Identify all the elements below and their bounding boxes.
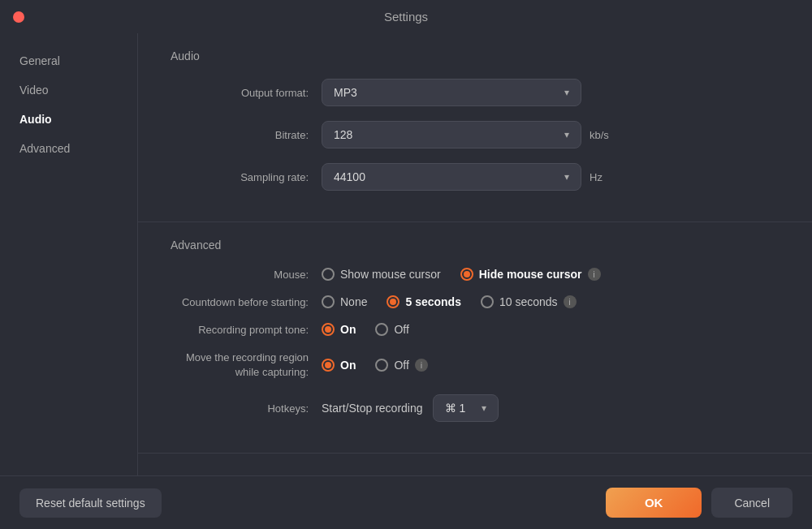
sidebar-item-audio[interactable]: Audio (0, 105, 137, 134)
audio-section: Audio Output format: MP3 ▾ Bitrate: 128 … (138, 33, 812, 222)
bitrate-unit: kb/s (590, 129, 609, 141)
advanced-section: Advanced Mouse: Show mouse cursor Hide m… (138, 222, 812, 454)
main-content: General Video Audio Advanced Audio Outpu… (0, 33, 812, 475)
mouse-label: Mouse: (171, 269, 309, 281)
countdown-none-radio[interactable] (322, 295, 335, 308)
countdown-info-icon[interactable]: i (564, 295, 577, 308)
hotkeys-row: Hotkeys: Start/Stop recording ⌘ 1 ▾ (171, 394, 780, 422)
countdown-10sec-label: 10 seconds (499, 295, 558, 308)
countdown-5sec-label: 5 seconds (405, 295, 460, 308)
countdown-5sec-option[interactable]: 5 seconds (387, 295, 460, 308)
sidebar-item-general[interactable]: General (0, 46, 137, 75)
move-region-off-label: Off (394, 359, 408, 372)
move-region-on-option[interactable]: On (322, 359, 356, 372)
move-region-radio-group: On Off i (322, 359, 428, 372)
cancel-button[interactable]: Cancel (711, 488, 793, 518)
chevron-down-icon: ▾ (564, 129, 569, 140)
recording-prompt-radio-group: On Off (322, 323, 409, 336)
hide-mouse-info-icon[interactable]: i (588, 268, 601, 281)
countdown-5sec-radio[interactable] (387, 295, 400, 308)
sampling-rate-value: 44100 (334, 170, 365, 183)
mouse-radio-group: Show mouse cursor Hide mouse cursor i (322, 268, 601, 281)
chevron-down-icon: ▾ (564, 171, 569, 183)
footer-right-buttons: OK Cancel (606, 488, 793, 518)
recording-prompt-label: Recording prompt tone: (171, 324, 309, 336)
countdown-none-option[interactable]: None (322, 295, 367, 308)
countdown-radio-group: None 5 seconds 10 seconds i (322, 295, 577, 308)
output-format-label: Output format: (171, 87, 309, 99)
recording-prompt-row: Recording prompt tone: On Off (171, 323, 780, 336)
sampling-rate-unit: Hz (590, 171, 603, 183)
show-mouse-radio[interactable] (322, 268, 335, 281)
show-mouse-label: Show mouse cursor (340, 268, 441, 281)
output-format-row: Output format: MP3 ▾ (171, 79, 780, 106)
sampling-rate-label: Sampling rate: (171, 171, 309, 183)
countdown-none-label: None (340, 295, 367, 308)
bitrate-dropdown[interactable]: 128 ▾ (322, 121, 581, 148)
sampling-rate-row: Sampling rate: 44100 ▾ Hz (171, 163, 780, 191)
bitrate-row: Bitrate: 128 ▾ kb/s (171, 121, 780, 148)
move-region-on-label: On (340, 359, 356, 372)
hotkeys-shortcut-value: ⌘ 1 (445, 402, 466, 415)
countdown-row: Countdown before starting: None 5 second… (171, 295, 780, 308)
hide-mouse-radio[interactable] (460, 268, 473, 281)
prompt-on-label: On (340, 323, 356, 336)
reset-default-button[interactable]: Reset default settings (19, 488, 162, 518)
chevron-down-icon: ▾ (482, 402, 486, 414)
output-format-value: MP3 (334, 86, 357, 99)
prompt-off-option[interactable]: Off (375, 323, 408, 336)
audio-section-title: Audio (171, 49, 780, 62)
content-area: Audio Output format: MP3 ▾ Bitrate: 128 … (138, 33, 812, 475)
output-format-dropdown[interactable]: MP3 ▾ (322, 79, 581, 106)
move-region-label: Move the recording regionwhile capturing… (171, 351, 309, 380)
bitrate-value: 128 (334, 128, 352, 141)
title-bar: Settings (0, 0, 812, 33)
close-button[interactable] (13, 11, 24, 23)
bitrate-label: Bitrate: (171, 129, 309, 141)
prompt-off-radio[interactable] (375, 323, 388, 336)
move-region-row: Move the recording regionwhile capturing… (171, 351, 780, 380)
window-title: Settings (384, 10, 428, 24)
chevron-down-icon: ▾ (564, 87, 569, 98)
show-mouse-option[interactable]: Show mouse cursor (322, 268, 441, 281)
prompt-on-option[interactable]: On (322, 323, 356, 336)
sidebar: General Video Audio Advanced (0, 33, 138, 475)
prompt-on-radio[interactable] (322, 323, 335, 336)
move-region-info-icon[interactable]: i (415, 359, 428, 372)
move-region-on-radio[interactable] (322, 359, 335, 372)
move-region-off-radio[interactable] (375, 359, 388, 372)
countdown-10sec-radio[interactable] (481, 295, 494, 308)
advanced-section-title: Advanced (171, 239, 780, 252)
footer: Reset default settings OK Cancel (0, 475, 812, 529)
countdown-10sec-option[interactable]: 10 seconds i (481, 295, 577, 308)
hide-mouse-option[interactable]: Hide mouse cursor i (460, 268, 601, 281)
sampling-rate-dropdown[interactable]: 44100 ▾ (322, 163, 581, 191)
prompt-off-label: Off (394, 323, 408, 336)
hotkeys-action: Start/Stop recording (322, 402, 423, 415)
hotkeys-label: Hotkeys: (171, 402, 309, 415)
countdown-label: Countdown before starting: (171, 296, 309, 308)
sidebar-item-advanced[interactable]: Advanced (0, 134, 137, 163)
mouse-row: Mouse: Show mouse cursor Hide mouse curs… (171, 268, 780, 281)
move-region-off-option[interactable]: Off i (375, 359, 427, 372)
ok-button[interactable]: OK (606, 488, 702, 518)
hotkeys-shortcut-dropdown[interactable]: ⌘ 1 ▾ (433, 394, 499, 422)
sidebar-item-video[interactable]: Video (0, 75, 137, 105)
hide-mouse-label: Hide mouse cursor (479, 268, 582, 281)
